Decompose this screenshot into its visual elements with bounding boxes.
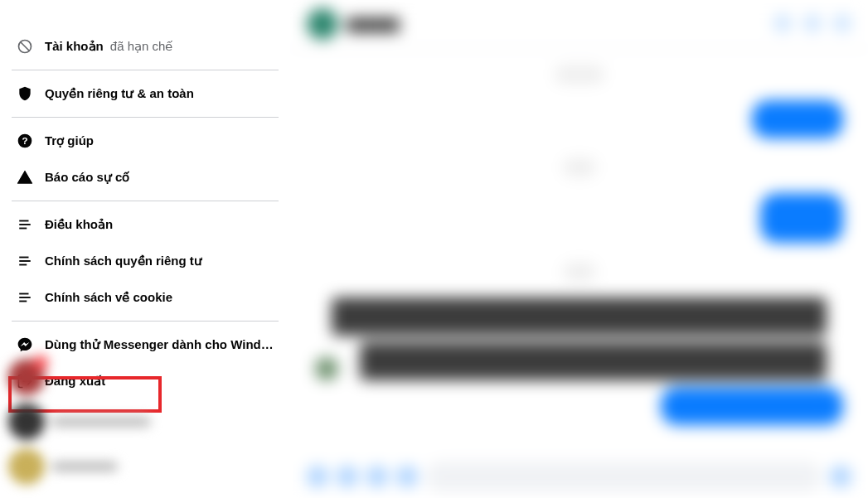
menu-label: Dùng thử Messenger dành cho Windows bbox=[45, 337, 275, 352]
menu-item-help[interactable]: ? Trợ giúp bbox=[0, 123, 290, 159]
menu-label: Chính sách về cookie bbox=[45, 290, 172, 305]
image-icon[interactable] bbox=[337, 466, 358, 487]
unread-badge: 5 bbox=[33, 355, 48, 370]
avatar bbox=[307, 8, 338, 40]
menu-item-privacy-safety[interactable]: Quyền riêng tư & an toàn bbox=[0, 75, 290, 112]
shield-icon bbox=[15, 84, 35, 104]
chat-pane-blurred: ██████ bbox=[290, 0, 868, 498]
message-input[interactable] bbox=[426, 462, 822, 491]
divider bbox=[12, 70, 279, 70]
gif-icon[interactable] bbox=[396, 466, 418, 487]
help-icon: ? bbox=[15, 131, 35, 151]
info-icon[interactable] bbox=[833, 14, 851, 32]
menu-item-terms[interactable]: Điều khoản bbox=[0, 206, 290, 243]
document-icon bbox=[15, 251, 35, 271]
menu-label: Tài khoản đã hạn chế bbox=[45, 39, 172, 54]
settings-menu: Tài khoản đã hạn chế Quyền riêng tư & an… bbox=[0, 0, 290, 498]
messenger-icon bbox=[15, 335, 35, 355]
svg-line-1 bbox=[21, 42, 29, 51]
restricted-icon bbox=[15, 36, 35, 56]
menu-item-report[interactable]: Báo cáo sự cố bbox=[0, 159, 290, 196]
conversation-title: ██████ bbox=[347, 17, 400, 31]
video-icon[interactable] bbox=[803, 14, 822, 32]
divider bbox=[12, 321, 279, 322]
menu-item-cookie-policy[interactable]: Chính sách về cookie bbox=[0, 279, 290, 316]
document-icon bbox=[15, 215, 35, 234]
composer[interactable] bbox=[307, 462, 851, 491]
menu-label: Chính sách quyền riêng tư bbox=[45, 254, 202, 268]
menu-item-privacy-policy[interactable]: Chính sách quyền riêng tư bbox=[0, 243, 290, 279]
divider bbox=[12, 117, 279, 118]
warning-icon bbox=[15, 167, 35, 187]
svg-text:?: ? bbox=[22, 135, 27, 146]
menu-label: Trợ giúp bbox=[45, 133, 94, 148]
plus-icon[interactable] bbox=[307, 466, 328, 487]
like-icon[interactable] bbox=[830, 466, 851, 487]
menu-item-restricted[interactable]: Tài khoản đã hạn chế bbox=[0, 28, 290, 65]
menu-label: Báo cáo sự cố bbox=[45, 170, 129, 185]
divider bbox=[12, 201, 279, 201]
menu-label: Điều khoản bbox=[45, 217, 113, 232]
menu-label: Quyền riêng tư & an toàn bbox=[45, 86, 194, 101]
call-icon[interactable] bbox=[773, 14, 792, 32]
document-icon bbox=[15, 288, 35, 307]
chat-list-preview: 5 bbox=[0, 354, 249, 498]
sticker-icon[interactable] bbox=[366, 466, 388, 487]
